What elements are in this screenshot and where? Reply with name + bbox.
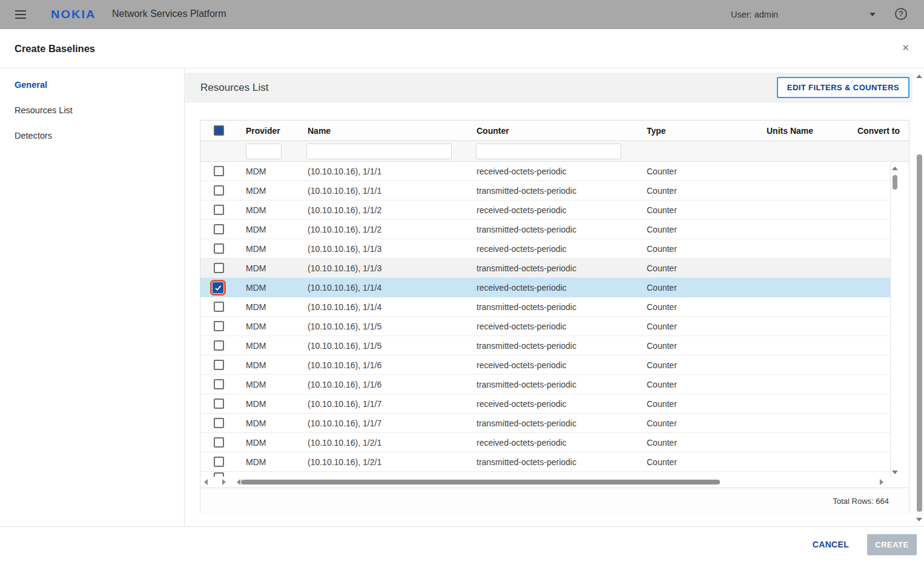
table-row[interactable]: MDM(10.10.10.16), 1/1/6received-octets-p… bbox=[200, 355, 890, 375]
cell-counter: transmitted-octets-periodic bbox=[477, 297, 647, 316]
scroll-right-icon[interactable] bbox=[880, 479, 883, 485]
cell-name: (10.10.10.16), 1/1/1 bbox=[308, 181, 477, 200]
dialog-scroll-up-icon[interactable] bbox=[916, 74, 922, 78]
cell-convert bbox=[857, 355, 909, 374]
section-header: Resources List EDIT FILTERS & COUNTERS bbox=[185, 73, 912, 103]
vertical-scroll-thumb[interactable] bbox=[893, 175, 897, 190]
sidebar-item-resources-list[interactable]: Resources List bbox=[15, 105, 184, 119]
table-row[interactable]: MDM(10.10.10.16), 1/1/7received-octets-p… bbox=[200, 394, 890, 414]
cell-counter: transmitted-octets-periodic bbox=[477, 181, 647, 200]
cell-name: (10.10.10.16), 1/1/3 bbox=[308, 239, 477, 258]
counter-filter-input[interactable] bbox=[476, 144, 621, 159]
row-checkbox[interactable] bbox=[214, 321, 224, 331]
table-row[interactable]: MDM(10.10.10.16), 1/1/3transmitted-octet… bbox=[200, 259, 890, 278]
dialog-scroll-thumb[interactable] bbox=[917, 154, 922, 512]
cell-counter: received-octets-periodic bbox=[477, 162, 647, 180]
table-filter-row bbox=[200, 141, 909, 162]
cell-type: Counter bbox=[647, 355, 767, 374]
cell-units bbox=[767, 200, 857, 219]
create-button[interactable]: CREATE bbox=[867, 534, 917, 555]
row-checkbox[interactable] bbox=[214, 205, 224, 215]
table-row[interactable]: MDM(10.10.10.16), 1/1/4transmitted-octet… bbox=[200, 297, 890, 317]
column-header-units-name[interactable]: Units Name bbox=[767, 121, 857, 140]
cell-name: (10.10.10.16), 1/2/1 bbox=[308, 433, 477, 452]
column-header-name[interactable]: Name bbox=[308, 121, 477, 140]
table-row[interactable]: MDM(10.10.10.16), 1/2/1transmitted-octet… bbox=[200, 452, 890, 472]
horizontal-scroll-thumb[interactable] bbox=[241, 480, 720, 484]
cell-convert bbox=[857, 297, 909, 316]
close-icon[interactable]: ✕ bbox=[902, 42, 909, 53]
row-checkbox[interactable] bbox=[214, 418, 224, 428]
cell-units bbox=[767, 414, 857, 432]
row-checkbox[interactable] bbox=[214, 472, 224, 477]
column-header-convert-to[interactable]: Convert to bbox=[857, 121, 909, 140]
row-checkbox[interactable] bbox=[214, 302, 224, 312]
table-row[interactable]: MDM(10.10.10.16), 1/2/1received-octets-p… bbox=[200, 433, 890, 452]
cell-convert bbox=[857, 414, 909, 432]
dialog-title: Create Baselines bbox=[15, 43, 95, 55]
sidebar-item-detectors[interactable]: Detectors bbox=[15, 131, 184, 144]
cell-units bbox=[767, 375, 857, 394]
scroll-left-icon[interactable] bbox=[237, 479, 240, 485]
create-baselines-screen: NOKIA Network Services Platform User: ad… bbox=[0, 0, 924, 562]
table-row[interactable]: MDM(10.10.10.16), 1/1/4received-octets-p… bbox=[200, 278, 890, 297]
user-menu-caret-icon[interactable] bbox=[870, 13, 876, 16]
cell-units bbox=[767, 220, 857, 239]
cell-name: (10.10.10.16), 1/1/7 bbox=[308, 414, 477, 432]
scroll-up-icon[interactable] bbox=[892, 167, 898, 170]
column-header-provider[interactable]: Provider bbox=[246, 121, 308, 140]
table-row[interactable]: MDM(10.10.10.16), 1/1/2received-octets-p… bbox=[200, 200, 890, 220]
sidebar-item-general[interactable]: General bbox=[15, 80, 184, 93]
cell-provider: MDM bbox=[246, 239, 308, 258]
cell-name: (10.10.10.16), 1/1/4 bbox=[308, 278, 477, 297]
row-checkbox[interactable] bbox=[214, 224, 224, 234]
hamburger-menu-icon[interactable] bbox=[15, 10, 26, 19]
edit-filters-counters-button[interactable]: EDIT FILTERS & COUNTERS bbox=[777, 77, 909, 98]
table-row[interactable]: MDM(10.10.10.16), 1/1/3received-octets-p… bbox=[200, 239, 890, 259]
cell-units bbox=[767, 355, 857, 374]
row-checkbox[interactable] bbox=[214, 379, 224, 389]
column-header-type[interactable]: Type bbox=[647, 121, 767, 140]
row-checkbox-focus-ring[interactable] bbox=[210, 280, 226, 296]
table-row[interactable]: MDM(10.10.10.16), 1/1/5transmitted-octet… bbox=[200, 336, 890, 355]
table-row[interactable]: MDM(10.10.10.16), 1/1/7transmitted-octet… bbox=[200, 414, 890, 433]
table-row[interactable]: MDM(10.10.10.16), 1/1/5received-octets-p… bbox=[200, 317, 890, 336]
row-checkbox[interactable] bbox=[214, 437, 224, 448]
cell-type: Counter bbox=[647, 336, 767, 355]
row-checkbox[interactable] bbox=[214, 360, 224, 370]
dialog-scroll-down-icon[interactable] bbox=[916, 518, 922, 521]
row-checkbox[interactable] bbox=[214, 166, 224, 176]
help-icon[interactable]: ? bbox=[895, 8, 907, 20]
provider-filter-input[interactable] bbox=[246, 144, 282, 159]
cell-counter: received-octets-periodic bbox=[477, 394, 647, 413]
row-checkbox-checked[interactable] bbox=[213, 282, 223, 293]
cell-counter: transmitted-octets-periodic bbox=[477, 336, 647, 355]
table-row[interactable]: MDM(10.10.10.16), 1/1/6transmitted-octet… bbox=[200, 375, 890, 394]
pinned-scroll-left-icon[interactable] bbox=[204, 479, 208, 485]
cell-units bbox=[767, 394, 857, 413]
cell-provider: MDM bbox=[246, 317, 308, 336]
cell-name: (10.10.10.16), 1/1/4 bbox=[308, 297, 477, 316]
row-checkbox[interactable] bbox=[214, 398, 224, 409]
table-row[interactable]: MDM(10.10.10.16), 1/1/1received-octets-p… bbox=[200, 162, 890, 181]
table-row[interactable]: MDM(10.10.10.16), 1/1/2transmitted-octet… bbox=[200, 220, 890, 239]
select-all-checkbox[interactable] bbox=[214, 125, 224, 136]
cell-name: (10.10.10.16), 1/1/2 bbox=[308, 220, 477, 239]
pinned-scroll-right-icon[interactable] bbox=[222, 479, 226, 485]
horizontal-scrollbar bbox=[200, 477, 909, 488]
row-checkbox[interactable] bbox=[214, 185, 224, 196]
row-checkbox[interactable] bbox=[214, 243, 224, 254]
cell-counter: received-octets-periodic bbox=[477, 200, 647, 219]
row-checkbox[interactable] bbox=[214, 263, 224, 273]
cell-convert bbox=[857, 452, 909, 471]
cell-convert bbox=[857, 200, 909, 219]
cell-counter: transmitted-octets-periodic bbox=[477, 259, 647, 277]
column-header-counter[interactable]: Counter bbox=[477, 121, 647, 140]
main-panel: Resources List EDIT FILTERS & COUNTERS P… bbox=[185, 68, 924, 526]
cancel-button[interactable]: CANCEL bbox=[813, 540, 849, 549]
row-checkbox[interactable] bbox=[214, 457, 224, 467]
table-row[interactable]: MDM(10.10.10.16), 1/1/1transmitted-octet… bbox=[200, 181, 890, 200]
name-filter-input[interactable] bbox=[306, 144, 452, 159]
row-checkbox[interactable] bbox=[214, 340, 224, 351]
scroll-down-icon[interactable] bbox=[892, 471, 898, 474]
